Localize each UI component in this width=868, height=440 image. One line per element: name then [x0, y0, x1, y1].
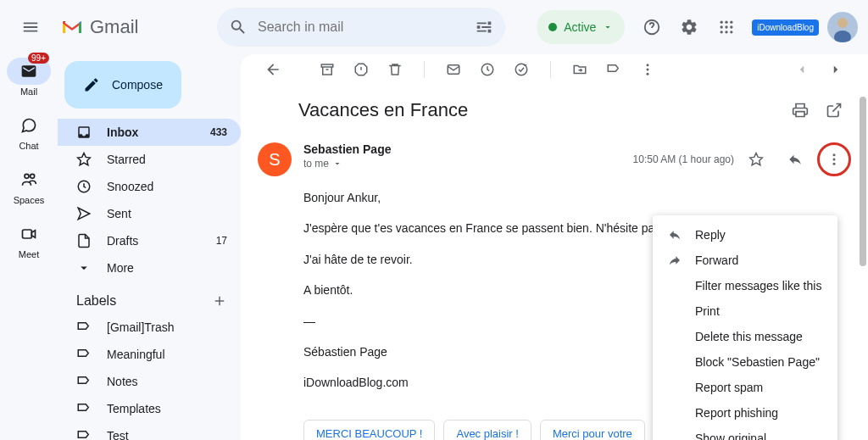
plus-icon[interactable]	[212, 293, 227, 309]
gmail-logo[interactable]: Gmail	[58, 16, 210, 38]
reply-icon	[787, 152, 803, 167]
add-task-button[interactable]	[506, 54, 537, 85]
more-vert-icon	[826, 152, 842, 167]
status-pill[interactable]: Active	[537, 10, 625, 44]
open-new-window-button[interactable]	[817, 93, 851, 127]
menu-label: Delete this message	[695, 330, 803, 343]
label-text: Test	[107, 429, 129, 440]
scrollbar[interactable]	[860, 97, 866, 266]
nav-snoozed[interactable]: Snoozed	[58, 173, 241, 200]
move-to-button[interactable]	[565, 54, 595, 85]
recipient-line[interactable]: to me	[303, 158, 621, 170]
message-more-button[interactable]	[817, 142, 851, 176]
snooze-button[interactable]	[472, 54, 503, 85]
profile-avatar[interactable]	[827, 12, 858, 42]
clock-icon	[76, 179, 92, 194]
main-menu-button[interactable]	[10, 7, 51, 47]
rail-meet[interactable]: Meet	[7, 220, 51, 259]
rail-chat[interactable]: Chat	[7, 112, 51, 151]
svg-point-26	[833, 163, 836, 165]
message-header: S Sebastien Page to me 10:50 AM (1 hour …	[241, 136, 868, 176]
mark-unread-button[interactable]	[438, 54, 469, 85]
header-actions: Active iDownloadBlog	[537, 10, 858, 44]
label-item[interactable]: Test	[58, 422, 241, 440]
help-icon	[643, 18, 661, 36]
label-icon	[606, 62, 621, 77]
settings-button[interactable]	[672, 10, 706, 44]
chevron-right-icon	[828, 62, 843, 77]
svg-point-24	[833, 153, 836, 156]
older-button[interactable]	[787, 54, 817, 85]
rail-spaces[interactable]: Spaces	[7, 166, 51, 205]
nav-inbox[interactable]: Inbox 433	[58, 119, 241, 146]
quick-reply-button[interactable]	[778, 142, 812, 176]
menu-block[interactable]: Block "Sebastien Page"	[653, 349, 837, 375]
chat-icon	[20, 117, 37, 134]
archive-button[interactable]	[312, 54, 342, 85]
labels-button[interactable]	[598, 54, 629, 85]
account-badge[interactable]: iDownloadBlog	[752, 19, 819, 36]
star-icon	[76, 152, 92, 167]
svg-point-4	[721, 25, 723, 28]
search-input[interactable]	[258, 19, 465, 35]
svg-marker-23	[750, 153, 763, 165]
separator	[424, 61, 425, 78]
svg-point-25	[833, 159, 836, 161]
menu-label: Reply	[695, 228, 726, 242]
smart-reply-button[interactable]: MERCI BEAUCOUP !	[303, 420, 435, 440]
caret-down-icon	[603, 22, 613, 32]
report-spam-button[interactable]	[346, 54, 376, 85]
label-text: [Gmail]Trash	[107, 320, 175, 334]
menu-reply[interactable]: Reply	[653, 222, 837, 248]
compose-button[interactable]: Compose	[64, 61, 181, 109]
print-icon	[792, 102, 809, 119]
menu-filter[interactable]: Filter messages like this	[653, 273, 837, 298]
spam-icon	[353, 62, 369, 77]
caret-down-icon	[332, 159, 342, 169]
back-button[interactable]	[258, 54, 288, 85]
menu-delete[interactable]: Delete this message	[653, 324, 837, 349]
star-message-button[interactable]	[739, 142, 773, 176]
more-button[interactable]	[632, 54, 663, 85]
print-button[interactable]	[783, 93, 817, 127]
label-item[interactable]: Templates	[58, 395, 241, 422]
rail-mail[interactable]: 99+ Mail	[7, 58, 51, 97]
archive-icon	[320, 62, 335, 77]
mail-badge: 99+	[28, 53, 49, 64]
nav-label: More	[107, 261, 134, 275]
smart-reply-button[interactable]: Avec plaisir !	[443, 420, 531, 440]
nav-starred[interactable]: Starred	[58, 146, 241, 173]
reply-icon	[668, 228, 682, 242]
help-button[interactable]	[635, 10, 669, 44]
app-header: Gmail Active iDownloadBlog	[0, 0, 868, 54]
apps-button[interactable]	[709, 10, 743, 44]
sender-avatar: S	[258, 142, 292, 176]
nav-drafts[interactable]: Drafts 17	[58, 227, 241, 254]
label-item[interactable]: [Gmail]Trash	[58, 314, 241, 341]
labels-header: Labels	[58, 281, 241, 314]
svg-point-22	[647, 73, 649, 75]
nav-more[interactable]: More	[58, 254, 241, 281]
menu-forward[interactable]: Forward	[653, 248, 837, 273]
label-item[interactable]: Notes	[58, 368, 241, 395]
menu-report-phishing[interactable]: Report phishing	[653, 400, 837, 426]
rail-label: Mail	[20, 86, 37, 97]
email-subject: Vacances en France	[298, 99, 783, 121]
delete-button[interactable]	[380, 54, 410, 85]
menu-show-original[interactable]: Show original	[653, 426, 837, 440]
svg-point-9	[730, 31, 732, 33]
drafts-icon	[76, 233, 92, 248]
search-bar[interactable]	[217, 8, 505, 47]
newer-button[interactable]	[821, 54, 851, 85]
smart-reply-button[interactable]: Merci pour votre	[540, 420, 645, 440]
menu-print[interactable]: Print	[653, 298, 837, 324]
nav-sent[interactable]: Sent	[58, 200, 241, 227]
svg-point-20	[647, 64, 649, 66]
tune-icon[interactable]	[475, 18, 493, 36]
menu-report-spam[interactable]: Report spam	[653, 375, 837, 400]
menu-label: Report phishing	[695, 406, 778, 420]
mail-icon	[446, 62, 461, 77]
label-item[interactable]: Meaningful	[58, 341, 241, 368]
inbox-icon	[76, 125, 92, 140]
main-panel: Vacances en France S Sebastien Page to m…	[241, 54, 868, 440]
